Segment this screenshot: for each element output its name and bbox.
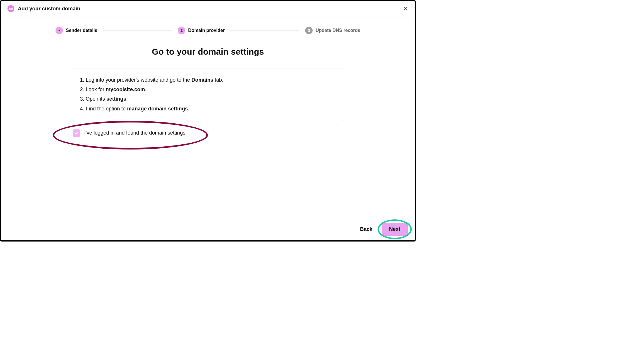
modal-frame: Add your custom domain Sender details 2 …: [0, 0, 416, 242]
instruction-text: .: [145, 87, 146, 92]
modal-title: Add your custom domain: [18, 6, 80, 12]
next-button[interactable]: Next: [382, 223, 408, 236]
instructions-card: Log into your provider's website and go …: [73, 68, 343, 121]
stepper: Sender details 2 Domain provider 3 Updat…: [55, 27, 360, 34]
step-badge-done: [55, 27, 63, 34]
confirm-label: I've logged in and found the domain sett…: [84, 130, 185, 136]
check-icon: [57, 28, 61, 32]
instruction-item: Look for mycoolsite.com.: [86, 86, 335, 93]
instruction-item: Log into your provider's website and go …: [86, 76, 335, 84]
step-sender-details: Sender details: [55, 27, 97, 34]
instruction-item: Find the option to manage domain setting…: [86, 105, 335, 112]
instruction-bold: mycoolsite.com: [106, 87, 145, 92]
modal-header: Add your custom domain: [1, 1, 415, 16]
page-title: Go to your domain settings: [1, 47, 415, 57]
step-label: Domain provider: [188, 28, 225, 33]
instruction-text: .: [126, 96, 128, 102]
instruction-bold: Domains: [192, 77, 213, 83]
step-separator: [103, 30, 172, 31]
instruction-bold: settings: [106, 96, 126, 102]
confirm-checkbox[interactable]: [73, 129, 80, 137]
step-label: Sender details: [66, 28, 97, 33]
check-icon: [74, 131, 79, 135]
modal-footer: Back Next: [1, 218, 415, 240]
instruction-text: Look for: [86, 87, 106, 92]
instruction-text: tab.: [213, 77, 223, 83]
step-domain-provider: 2 Domain provider: [178, 27, 225, 34]
instruction-text: .: [188, 106, 189, 112]
instruction-text: Find the option to: [86, 106, 127, 112]
back-button[interactable]: Back: [356, 223, 376, 235]
close-button[interactable]: [401, 5, 409, 13]
close-icon: [403, 6, 408, 11]
step-separator: [230, 30, 299, 31]
instruction-item: Open its settings.: [86, 95, 335, 103]
instruction-text: Open its: [86, 96, 106, 102]
modal-body: Go to your domain settings Log into your…: [1, 34, 415, 218]
step-badge-pending: 3: [305, 27, 313, 34]
next-button-wrap: Next: [382, 223, 408, 236]
instruction-text: Log into your provider's website and go …: [86, 77, 192, 83]
confirm-row: I've logged in and found the domain sett…: [73, 129, 343, 137]
instructions-list: Log into your provider's website and go …: [81, 76, 335, 112]
instruction-bold: manage domain settings: [127, 106, 188, 112]
step-badge-active: 2: [178, 27, 185, 34]
app-logo-icon: [7, 5, 14, 12]
step-update-dns: 3 Update DNS records: [305, 27, 360, 34]
step-label: Update DNS records: [315, 28, 360, 33]
